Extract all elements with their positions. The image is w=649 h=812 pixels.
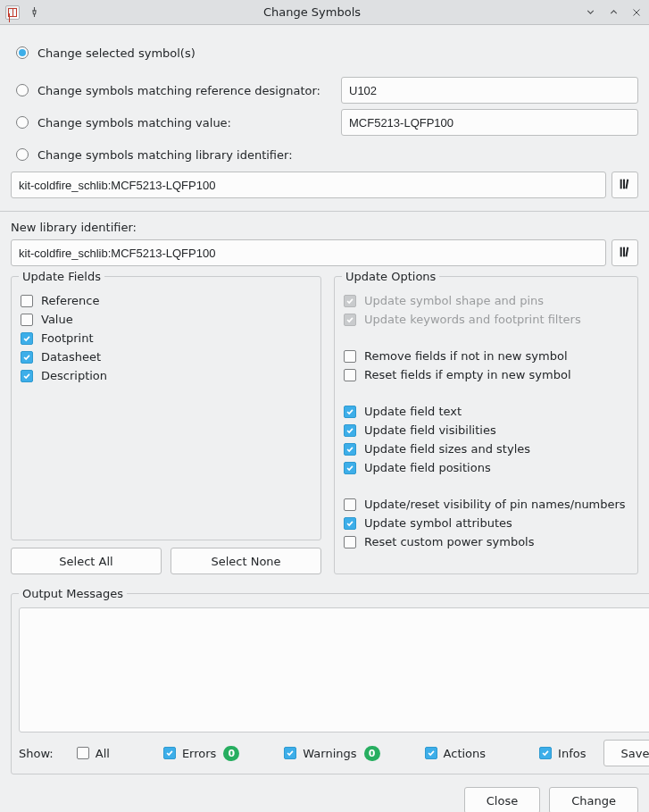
- radio-label: Change symbols matching library identifi…: [37, 148, 293, 162]
- checkbox-icon: [21, 332, 33, 345]
- option-checkbox-row[interactable]: Update field text: [344, 405, 628, 418]
- option-checkbox-row[interactable]: Update symbol attributes: [344, 516, 628, 530]
- option-checkbox-row[interactable]: Update field visibilities: [344, 423, 628, 437]
- close-button[interactable]: Close: [464, 787, 540, 812]
- radio-matching-value-row: Change symbols matching value:: [16, 109, 638, 136]
- library-browser-button[interactable]: [612, 172, 638, 198]
- checkbox-icon: [344, 424, 356, 437]
- field-checkbox-row[interactable]: Description: [21, 369, 312, 382]
- option-checkbox-row[interactable]: Update/reset visibility of pin names/num…: [344, 498, 628, 511]
- separator: [0, 211, 649, 212]
- checkbox-icon: [344, 462, 356, 474]
- field-checkbox-row[interactable]: Footprint: [21, 331, 312, 345]
- option-label: Update field visibilities: [364, 423, 496, 437]
- checkbox-icon: [344, 406, 356, 418]
- library-icon: [618, 177, 632, 194]
- option-checkbox-row[interactable]: Reset custom power symbols: [344, 535, 628, 548]
- checkbox-icon: [344, 498, 356, 511]
- show-infos[interactable]: Infos: [539, 747, 586, 760]
- option-checkbox-row: Update symbol shape and pins: [344, 294, 628, 307]
- select-all-button[interactable]: Select All: [11, 548, 162, 574]
- option-checkbox-row[interactable]: Remove fields if not in new symbol: [344, 349, 628, 363]
- output-messages-group: Output Messages Show: All Errors 0 Warni…: [11, 587, 649, 774]
- field-checkbox-row[interactable]: Reference: [21, 294, 312, 307]
- radio-label: Change symbols matching value:: [37, 116, 332, 130]
- output-messages-legend: Output Messages: [19, 587, 127, 600]
- checkbox-icon: [344, 295, 356, 307]
- checkbox-icon: [163, 747, 176, 759]
- field-label: Value: [41, 313, 73, 326]
- radio-matching-value[interactable]: [16, 116, 29, 129]
- checkbox-icon: [21, 370, 33, 382]
- checkbox-icon: [344, 517, 356, 530]
- svg-rect-3: [620, 247, 622, 256]
- checkbox-icon: [425, 747, 437, 759]
- show-warnings[interactable]: Warnings 0: [284, 746, 379, 761]
- pin-icon[interactable]: [27, 5, 41, 20]
- radio-change-selected[interactable]: Change selected symbol(s): [16, 41, 638, 64]
- show-all-label: All: [96, 747, 110, 760]
- select-none-button[interactable]: Select None: [171, 548, 321, 574]
- output-messages-textarea[interactable]: [19, 607, 649, 732]
- checkbox-icon: [344, 369, 356, 381]
- option-label: Remove fields if not in new symbol: [364, 349, 568, 363]
- update-options-group: Update Options Update symbol shape and p…: [334, 270, 638, 574]
- field-label: Description: [41, 369, 107, 382]
- window-title: Change Symbols: [41, 5, 583, 19]
- radio-label: Change symbols matching reference design…: [37, 84, 332, 97]
- field-label: Footprint: [41, 331, 94, 345]
- close-icon[interactable]: [629, 5, 644, 20]
- checkbox-icon: [21, 351, 33, 364]
- option-checkbox-row[interactable]: Update field sizes and styles: [344, 442, 628, 456]
- svg-rect-4: [623, 247, 625, 256]
- show-actions[interactable]: Actions: [425, 747, 487, 760]
- option-label: Update/reset visibility of pin names/num…: [364, 498, 626, 511]
- option-label: Update field positions: [364, 461, 491, 474]
- show-all[interactable]: All: [77, 747, 110, 760]
- library-icon: [618, 245, 632, 262]
- checkbox-icon: [21, 295, 33, 307]
- errors-count-badge: 0: [223, 746, 239, 761]
- change-button[interactable]: Change: [549, 787, 638, 812]
- option-label: Update field text: [364, 405, 462, 418]
- new-library-browser-button[interactable]: [612, 239, 638, 266]
- show-infos-label: Infos: [558, 747, 586, 760]
- minimize-icon[interactable]: [583, 5, 597, 20]
- field-label: Datasheet: [41, 350, 101, 364]
- checkbox-icon: [539, 747, 552, 759]
- new-libid-label: New library identifier:: [11, 221, 638, 234]
- radio-icon: [16, 148, 29, 161]
- svg-rect-0: [620, 179, 622, 188]
- option-checkbox-row[interactable]: Update field positions: [344, 461, 628, 474]
- svg-rect-1: [623, 179, 625, 188]
- radio-matching-libid[interactable]: Change symbols matching library identifi…: [16, 143, 638, 166]
- warnings-count-badge: 0: [364, 746, 380, 761]
- checkbox-icon: [344, 350, 356, 363]
- option-label: Reset fields if empty in new symbol: [364, 368, 571, 381]
- ref-input[interactable]: [341, 77, 638, 104]
- save-button[interactable]: Save...: [603, 740, 649, 766]
- checkbox-icon: [344, 536, 356, 548]
- maximize-icon[interactable]: [606, 5, 620, 20]
- option-label: Update symbol shape and pins: [364, 294, 544, 307]
- update-fields-legend: Update Fields: [19, 270, 104, 283]
- titlebar: Change Symbols: [0, 0, 649, 25]
- radio-icon: [16, 46, 29, 59]
- field-checkbox-row[interactable]: Value: [21, 313, 312, 326]
- radio-matching-ref[interactable]: [16, 84, 29, 96]
- update-fields-group: Update Fields ReferenceValueFootprintDat…: [11, 270, 321, 540]
- checkbox-icon: [77, 747, 89, 759]
- show-errors[interactable]: Errors 0: [163, 746, 239, 761]
- new-libid-input[interactable]: [11, 239, 606, 266]
- libid-input[interactable]: [11, 172, 606, 198]
- option-checkbox-row[interactable]: Reset fields if empty in new symbol: [344, 368, 628, 381]
- checkbox-icon: [344, 443, 356, 456]
- radio-label: Change selected symbol(s): [37, 46, 196, 60]
- option-label: Reset custom power symbols: [364, 535, 535, 548]
- option-label: Update symbol attributes: [364, 516, 512, 530]
- field-checkbox-row[interactable]: Datasheet: [21, 350, 312, 364]
- show-actions-label: Actions: [444, 747, 487, 760]
- field-label: Reference: [41, 294, 99, 307]
- value-input[interactable]: [341, 109, 638, 136]
- show-warnings-label: Warnings: [303, 747, 356, 760]
